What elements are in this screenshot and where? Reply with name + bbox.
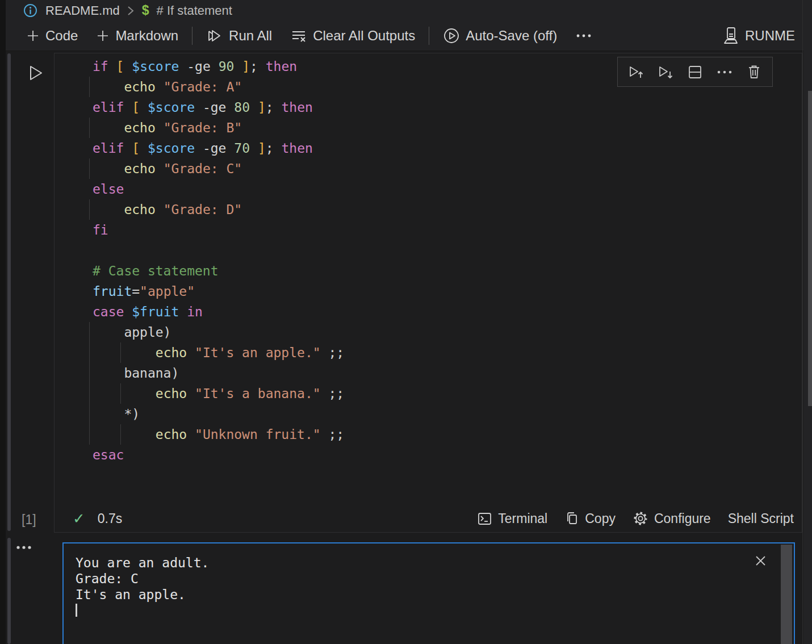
code-token (93, 120, 124, 135)
indent-guide (89, 118, 90, 138)
run-all-button[interactable]: Run All (197, 24, 281, 47)
delete-cell-button[interactable] (742, 60, 767, 84)
add-markdown-label: Markdown (115, 28, 178, 44)
page-scrollbar-thumb[interactable] (808, 91, 812, 406)
auto-save-toggle[interactable]: Auto-Save (off) (434, 24, 566, 47)
code-editor[interactable]: if [ $score -ge 90 ]; then echo "Grade: … (93, 56, 796, 465)
code-line[interactable]: elif [ $score -ge 80 ]; then (93, 97, 796, 118)
code-token: "It's an apple." (195, 345, 321, 360)
breadcrumb-cell-title[interactable]: # If statement (157, 3, 232, 18)
notebook-toolbar: Code Markdown Run All (6, 21, 812, 51)
execute-above-button[interactable] (623, 60, 648, 84)
code-line[interactable]: # Case statement (93, 261, 796, 281)
code-token (93, 161, 124, 176)
code-token (93, 427, 156, 442)
output-scrollbar-thumb[interactable] (781, 545, 792, 644)
code-line[interactable]: echo "Grade: B" (93, 118, 796, 138)
code-token: *) (93, 407, 140, 421)
cell-toolbar (617, 57, 773, 87)
code-line[interactable]: echo "Grade: C" (93, 158, 796, 179)
code-line[interactable]: banana) (93, 363, 796, 383)
code-line[interactable]: echo "It's an apple." ;; (93, 342, 796, 363)
code-token (156, 80, 164, 94)
code-line[interactable]: fruit="apple" (93, 281, 796, 302)
code-token: ] (258, 100, 266, 115)
code-line[interactable]: else (93, 179, 796, 199)
ellipsis-icon (575, 33, 592, 39)
code-token: echo (124, 202, 155, 217)
code-line[interactable]: *) (93, 404, 796, 424)
split-cell-button[interactable] (683, 60, 708, 84)
code-token: then (266, 59, 297, 74)
indent-guide (89, 77, 90, 97)
add-markdown-cell-button[interactable]: Markdown (87, 24, 187, 47)
code-line[interactable]: echo "Grade: D" (93, 199, 796, 220)
code-line[interactable]: apple) (93, 322, 796, 342)
code-token (93, 345, 156, 360)
add-code-cell-button[interactable]: Code (17, 24, 87, 47)
code-token: then (281, 141, 312, 156)
output-text: You are an adult.Grade: CIt's an apple. (76, 555, 209, 618)
configure-button[interactable]: Configure (633, 511, 711, 526)
auto-save-label: Auto-Save (off) (466, 28, 557, 44)
code-token (156, 202, 164, 217)
code-token: "Grade: B" (164, 120, 242, 135)
code-token: if (93, 59, 108, 74)
copy-button[interactable]: Copy (564, 511, 616, 526)
code-token: echo (156, 345, 187, 360)
breadcrumb-file[interactable]: README.md (45, 3, 120, 18)
code-token: elif (93, 141, 124, 156)
code-token: # Case statement (93, 264, 219, 278)
code-token: ;; (321, 386, 345, 401)
execute-below-button[interactable] (653, 60, 678, 84)
code-token (93, 386, 156, 401)
plus-icon (26, 29, 40, 43)
code-line[interactable] (93, 240, 796, 261)
toolbar-divider (192, 27, 192, 45)
code-token (124, 59, 132, 74)
code-token: apple) (93, 325, 171, 340)
code-line[interactable]: elif [ $score -ge 70 ]; then (93, 138, 796, 158)
notebook-window: README.md $ # If statement Code Markdown (0, 0, 812, 644)
gear-icon (633, 511, 648, 526)
toolbar-more-button[interactable] (566, 24, 601, 47)
output-line: You are an adult. (76, 555, 209, 571)
code-token: "Grade: A" (164, 80, 242, 94)
code-line[interactable]: fi (93, 220, 796, 240)
indent-guide (120, 383, 121, 404)
code-token: ] (258, 141, 266, 156)
code-line[interactable]: esac (93, 445, 796, 465)
code-line[interactable]: echo "Unknown fruit." ;; (93, 424, 796, 445)
code-line[interactable]: case $fruit in (93, 302, 796, 322)
code-token (93, 80, 124, 94)
output-options-button[interactable] (15, 544, 34, 551)
code-token: ;; (321, 427, 345, 442)
code-token: elif (93, 100, 124, 115)
code-token: then (281, 100, 312, 115)
code-token: esac (93, 448, 124, 462)
run-cell-button[interactable] (25, 62, 45, 85)
indent-guide (89, 363, 90, 383)
code-token: "It's a banana." (195, 386, 321, 401)
cell-output-terminal[interactable]: You are an adult.Grade: CIt's an apple. (62, 542, 795, 644)
indent-guide (120, 424, 121, 445)
language-picker[interactable]: Shell Script (728, 511, 794, 526)
notebook-header: README.md $ # If statement Code Markdown (6, 0, 812, 51)
cell-more-button[interactable] (712, 60, 737, 84)
code-lines: if [ $score -ge 90 ]; then echo "Grade: … (93, 56, 796, 465)
code-token (187, 345, 195, 360)
code-token: fruit (93, 284, 132, 299)
code-token (179, 304, 187, 319)
code-line[interactable]: echo "It's a banana." ;; (93, 383, 796, 404)
code-token: $score (132, 59, 179, 74)
terminal-button[interactable]: Terminal (477, 511, 547, 526)
execution-count: [1] (22, 512, 36, 528)
clear-all-outputs-button[interactable]: Clear All Outputs (281, 24, 424, 47)
runme-brand-button[interactable]: RUNME (713, 24, 804, 47)
clear-all-outputs-icon (290, 28, 307, 44)
close-output-button[interactable] (754, 554, 768, 568)
code-token: $score (148, 100, 195, 115)
cell-status-bar: ✓ 0.7s Terminal (55, 505, 802, 532)
copy-icon (564, 511, 579, 526)
indent-guide (89, 158, 90, 179)
